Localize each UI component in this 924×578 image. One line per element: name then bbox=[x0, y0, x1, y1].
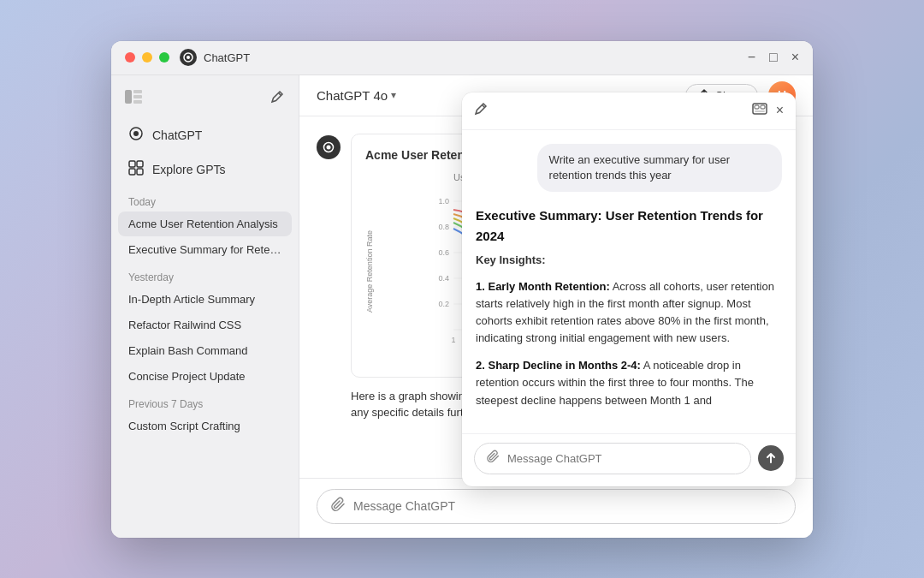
new-chat-icon[interactable] bbox=[270, 89, 285, 109]
chat-input[interactable] bbox=[353, 499, 781, 513]
send-button[interactable] bbox=[758, 445, 784, 471]
svg-point-1 bbox=[187, 56, 190, 59]
model-chevron-icon: ▾ bbox=[391, 89, 396, 101]
explore-nav-label: Explore GPTs bbox=[152, 163, 226, 176]
response-item-2: 2. Sharp Decline in Months 2-4: A notice… bbox=[476, 357, 782, 408]
close-icon[interactable]: × bbox=[791, 50, 799, 65]
chatgpt-nav-icon bbox=[128, 126, 144, 145]
model-name: ChatGPT 4o bbox=[317, 88, 388, 103]
chat-item-exec[interactable]: Executive Summary for Retenti... bbox=[118, 237, 292, 262]
popup-window: × Write an executive summary for user re… bbox=[462, 92, 796, 486]
section-label-today: Today bbox=[118, 188, 292, 212]
item-2-num: 2. bbox=[476, 359, 485, 372]
popup-picture-icon[interactable] bbox=[752, 103, 767, 118]
chat-item-refactor[interactable]: Refactor Railwind CSS bbox=[118, 313, 292, 337]
chat-item-acme[interactable]: Acme User Retention Analysis bbox=[118, 212, 292, 236]
section-label-yesterday: Yesterday bbox=[118, 263, 292, 287]
popup-edit-icon[interactable] bbox=[474, 102, 488, 119]
attach-icon[interactable] bbox=[331, 497, 346, 516]
svg-rect-2 bbox=[125, 90, 132, 104]
svg-rect-4 bbox=[133, 95, 142, 98]
svg-text:1: 1 bbox=[451, 336, 455, 344]
svg-text:1.0: 1.0 bbox=[438, 197, 449, 206]
svg-rect-36 bbox=[755, 110, 765, 112]
model-selector[interactable]: ChatGPT 4o ▾ bbox=[317, 88, 396, 103]
svg-point-7 bbox=[133, 131, 139, 136]
title-bar: ChatGPT − □ × bbox=[111, 41, 813, 75]
input-box bbox=[317, 489, 796, 524]
popup-chat-input[interactable] bbox=[507, 452, 738, 465]
svg-rect-35 bbox=[761, 105, 765, 109]
minimize-button[interactable] bbox=[142, 52, 152, 63]
svg-text:0.6: 0.6 bbox=[438, 248, 449, 257]
svg-point-13 bbox=[327, 145, 331, 149]
item-1-num: 1. bbox=[476, 280, 485, 293]
app-title: ChatGPT bbox=[204, 51, 250, 64]
svg-rect-5 bbox=[133, 100, 142, 104]
chat-item-article[interactable]: In-Depth Article Summary bbox=[118, 287, 292, 312]
assistant-icon bbox=[317, 135, 341, 159]
popup-assistant-response: Executive Summary: User Retention Trends… bbox=[476, 206, 782, 409]
popup-response-subtitle: Key Insights: bbox=[476, 252, 782, 270]
section-label-prev7: Previous 7 Days bbox=[118, 390, 292, 414]
title-bar-actions: − □ × bbox=[748, 50, 799, 65]
svg-rect-10 bbox=[129, 169, 135, 175]
popup-input-area bbox=[462, 433, 796, 486]
popup-close-icon[interactable]: × bbox=[776, 103, 784, 118]
chat-item-bash[interactable]: Explain Bash Command bbox=[118, 338, 292, 363]
chat-item-project[interactable]: Concise Project Update bbox=[118, 364, 292, 389]
title-bar-title: ChatGPT bbox=[180, 49, 250, 66]
svg-text:0.2: 0.2 bbox=[438, 300, 449, 308]
svg-rect-11 bbox=[137, 169, 143, 175]
window-controls bbox=[125, 52, 169, 63]
explore-nav-icon bbox=[128, 160, 144, 179]
close-button[interactable] bbox=[125, 52, 135, 63]
svg-text:0.8: 0.8 bbox=[438, 223, 449, 231]
chat-input-area bbox=[299, 478, 813, 538]
sidebar-item-chatgpt[interactable]: ChatGPT bbox=[118, 119, 292, 152]
popup-input-box bbox=[474, 443, 751, 474]
chat-item-script[interactable]: Custom Script Crafting bbox=[118, 414, 292, 438]
item-1-bold: Early Month Retention: bbox=[488, 280, 609, 293]
gpt-logo-icon bbox=[180, 49, 197, 66]
maximize-button[interactable] bbox=[159, 52, 169, 63]
response-list: 1. Early Month Retention: Across all coh… bbox=[476, 278, 782, 409]
main-window: ChatGPT − □ × bbox=[111, 41, 813, 538]
chatgpt-nav-label: ChatGPT bbox=[152, 128, 202, 142]
sidebar: ChatGPT Explore GPTs Today Acme User Ret… bbox=[111, 75, 299, 538]
svg-rect-3 bbox=[133, 90, 142, 93]
svg-rect-9 bbox=[137, 161, 143, 167]
minimize-icon[interactable]: − bbox=[748, 50, 755, 65]
popup-attach-icon[interactable] bbox=[487, 450, 500, 468]
popup-body: Write an executive summary for user rete… bbox=[462, 130, 796, 433]
toggle-sidebar-icon[interactable] bbox=[125, 90, 142, 108]
response-item-1: 1. Early Month Retention: Across all coh… bbox=[476, 278, 782, 348]
item-2-bold: Sharp Decline in Months 2-4: bbox=[488, 359, 640, 372]
user-message-bubble: Write an executive summary for user rete… bbox=[537, 144, 782, 192]
sidebar-top bbox=[118, 86, 292, 119]
svg-rect-34 bbox=[755, 105, 759, 109]
y-axis-label: Average Retention Rate bbox=[365, 193, 374, 350]
popup-response-title: Executive Summary: User Retention Trends… bbox=[476, 206, 782, 247]
popup-header-actions: × bbox=[752, 103, 784, 118]
restore-icon[interactable]: □ bbox=[769, 50, 778, 65]
svg-text:0.4: 0.4 bbox=[438, 274, 449, 283]
svg-rect-8 bbox=[129, 161, 135, 167]
sidebar-item-explore[interactable]: Explore GPTs bbox=[118, 153, 292, 186]
popup-header: × bbox=[462, 92, 796, 130]
